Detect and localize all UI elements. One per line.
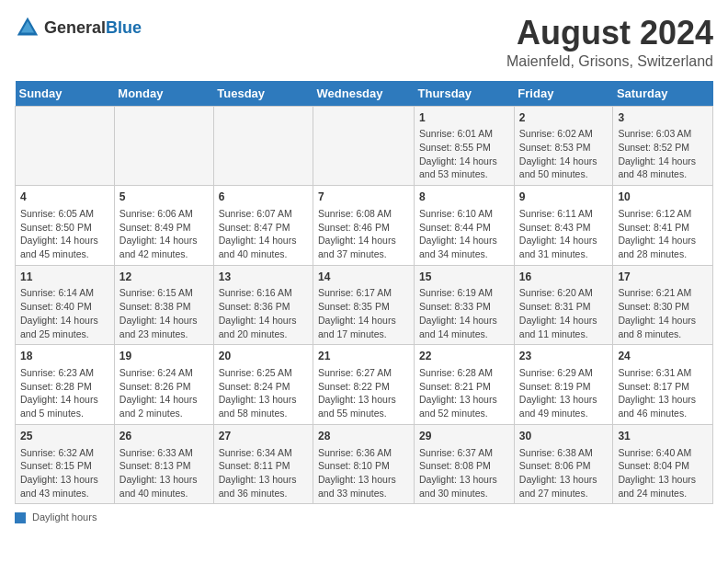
title-area: August 2024 Maienfeld, Grisons, Switzerl… [506, 15, 713, 70]
day-number: 20 [219, 349, 308, 364]
calendar-cell: 24Sunrise: 6:31 AMSunset: 8:17 PMDayligh… [613, 345, 713, 425]
calendar-cell [114, 106, 213, 186]
day-info: Sunrise: 6:29 AMSunset: 8:19 PMDaylight:… [519, 366, 609, 420]
calendar-cell: 4Sunrise: 6:05 AMSunset: 8:50 PMDaylight… [16, 186, 115, 266]
day-number: 2 [519, 110, 609, 126]
day-info: Sunrise: 6:27 AMSunset: 8:22 PMDaylight:… [318, 366, 409, 420]
week-row-5: 25Sunrise: 6:32 AMSunset: 8:15 PMDayligh… [16, 424, 713, 504]
calendar-cell: 21Sunrise: 6:27 AMSunset: 8:22 PMDayligh… [313, 345, 415, 425]
header-monday: Monday [114, 81, 213, 107]
day-number: 3 [618, 110, 708, 126]
day-info: Sunrise: 6:01 AMSunset: 8:55 PMDaylight:… [419, 127, 509, 181]
week-row-2: 4Sunrise: 6:05 AMSunset: 8:50 PMDaylight… [16, 186, 713, 266]
day-info: Sunrise: 6:20 AMSunset: 8:31 PMDaylight:… [519, 286, 609, 340]
day-info: Sunrise: 6:23 AMSunset: 8:28 PMDaylight:… [20, 366, 109, 420]
day-info: Sunrise: 6:24 AMSunset: 8:26 PMDaylight:… [119, 366, 209, 420]
day-info: Sunrise: 6:16 AMSunset: 8:36 PMDaylight:… [219, 286, 308, 340]
day-number: 24 [618, 349, 708, 364]
calendar-table: SundayMondayTuesdayWednesdayThursdayFrid… [15, 81, 713, 505]
calendar-cell: 26Sunrise: 6:33 AMSunset: 8:13 PMDayligh… [114, 424, 213, 504]
calendar-cell: 17Sunrise: 6:21 AMSunset: 8:30 PMDayligh… [613, 265, 713, 345]
day-info: Sunrise: 6:32 AMSunset: 8:15 PMDaylight:… [20, 446, 109, 500]
calendar-cell: 25Sunrise: 6:32 AMSunset: 8:15 PMDayligh… [16, 424, 115, 504]
day-info: Sunrise: 6:11 AMSunset: 8:43 PMDaylight:… [519, 207, 609, 261]
day-info: Sunrise: 6:36 AMSunset: 8:10 PMDaylight:… [318, 446, 409, 500]
day-number: 30 [519, 429, 609, 444]
calendar-cell: 23Sunrise: 6:29 AMSunset: 8:19 PMDayligh… [514, 345, 613, 425]
day-number: 9 [519, 190, 609, 205]
header-sunday: Sunday [16, 81, 115, 107]
header-tuesday: Tuesday [213, 81, 313, 107]
logo-icon [15, 15, 40, 40]
day-info: Sunrise: 6:21 AMSunset: 8:30 PMDaylight:… [618, 286, 708, 340]
calendar-cell: 2Sunrise: 6:02 AMSunset: 8:53 PMDaylight… [514, 106, 613, 186]
day-info: Sunrise: 6:15 AMSunset: 8:38 PMDaylight:… [119, 286, 209, 340]
calendar-cell: 28Sunrise: 6:36 AMSunset: 8:10 PMDayligh… [313, 424, 415, 504]
calendar-cell: 5Sunrise: 6:06 AMSunset: 8:49 PMDaylight… [114, 186, 213, 266]
day-number: 18 [20, 349, 109, 364]
day-number: 29 [419, 429, 509, 444]
week-row-1: 1Sunrise: 6:01 AMSunset: 8:55 PMDaylight… [16, 106, 713, 186]
day-info: Sunrise: 6:10 AMSunset: 8:44 PMDaylight:… [419, 207, 509, 261]
day-number: 15 [419, 270, 509, 285]
week-row-4: 18Sunrise: 6:23 AMSunset: 8:28 PMDayligh… [16, 345, 713, 425]
calendar-cell: 14Sunrise: 6:17 AMSunset: 8:35 PMDayligh… [313, 265, 415, 345]
day-info: Sunrise: 6:05 AMSunset: 8:50 PMDaylight:… [20, 207, 109, 261]
day-number: 23 [519, 349, 609, 364]
calendar-cell [16, 106, 115, 186]
day-number: 4 [20, 190, 109, 205]
header-friday: Friday [514, 81, 613, 107]
header-row: SundayMondayTuesdayWednesdayThursdayFrid… [16, 81, 713, 107]
calendar-cell: 9Sunrise: 6:11 AMSunset: 8:43 PMDaylight… [514, 186, 613, 266]
header-saturday: Saturday [613, 81, 713, 107]
day-number: 8 [419, 190, 509, 205]
calendar-cell: 8Sunrise: 6:10 AMSunset: 8:44 PMDaylight… [415, 186, 515, 266]
day-number: 21 [318, 349, 409, 364]
calendar-cell: 10Sunrise: 6:12 AMSunset: 8:41 PMDayligh… [613, 186, 713, 266]
day-info: Sunrise: 6:34 AMSunset: 8:11 PMDaylight:… [219, 446, 308, 500]
day-info: Sunrise: 6:02 AMSunset: 8:53 PMDaylight:… [519, 127, 609, 181]
logo: GeneralBlue [15, 15, 142, 40]
day-number: 28 [318, 429, 409, 444]
day-number: 6 [219, 190, 308, 205]
day-info: Sunrise: 6:12 AMSunset: 8:41 PMDaylight:… [618, 207, 708, 261]
header-thursday: Thursday [415, 81, 515, 107]
day-number: 11 [20, 270, 109, 285]
day-number: 14 [318, 270, 409, 285]
calendar-cell: 20Sunrise: 6:25 AMSunset: 8:24 PMDayligh… [213, 345, 313, 425]
calendar-cell: 29Sunrise: 6:37 AMSunset: 8:08 PMDayligh… [415, 424, 515, 504]
calendar-cell: 13Sunrise: 6:16 AMSunset: 8:36 PMDayligh… [213, 265, 313, 345]
logo-blue: Blue [106, 18, 142, 37]
calendar-cell: 31Sunrise: 6:40 AMSunset: 8:04 PMDayligh… [613, 424, 713, 504]
calendar-cell: 3Sunrise: 6:03 AMSunset: 8:52 PMDaylight… [613, 106, 713, 186]
day-number: 19 [119, 349, 209, 364]
day-number: 27 [219, 429, 308, 444]
calendar-cell: 27Sunrise: 6:34 AMSunset: 8:11 PMDayligh… [213, 424, 313, 504]
day-info: Sunrise: 6:25 AMSunset: 8:24 PMDaylight:… [219, 366, 308, 420]
calendar-cell: 30Sunrise: 6:38 AMSunset: 8:06 PMDayligh… [514, 424, 613, 504]
day-info: Sunrise: 6:17 AMSunset: 8:35 PMDaylight:… [318, 286, 409, 340]
day-info: Sunrise: 6:19 AMSunset: 8:33 PMDaylight:… [419, 286, 509, 340]
calendar-cell: 1Sunrise: 6:01 AMSunset: 8:55 PMDaylight… [415, 106, 515, 186]
calendar-cell [313, 106, 415, 186]
day-number: 1 [419, 110, 509, 126]
calendar-cell: 15Sunrise: 6:19 AMSunset: 8:33 PMDayligh… [415, 265, 515, 345]
day-number: 13 [219, 270, 308, 285]
footer: Daylight hours [15, 511, 713, 523]
logo-general: General [44, 18, 106, 37]
day-info: Sunrise: 6:31 AMSunset: 8:17 PMDaylight:… [618, 366, 708, 420]
day-info: Sunrise: 6:33 AMSunset: 8:13 PMDaylight:… [119, 446, 209, 500]
day-info: Sunrise: 6:06 AMSunset: 8:49 PMDaylight:… [119, 207, 209, 261]
day-number: 17 [618, 270, 708, 285]
calendar-cell: 19Sunrise: 6:24 AMSunset: 8:26 PMDayligh… [114, 345, 213, 425]
day-number: 5 [119, 190, 209, 205]
footer-label: Daylight hours [32, 511, 97, 523]
day-number: 31 [618, 429, 708, 444]
calendar-cell: 11Sunrise: 6:14 AMSunset: 8:40 PMDayligh… [16, 265, 115, 345]
calendar-cell: 12Sunrise: 6:15 AMSunset: 8:38 PMDayligh… [114, 265, 213, 345]
main-title: August 2024 [506, 15, 713, 52]
day-number: 25 [20, 429, 109, 444]
day-number: 16 [519, 270, 609, 285]
day-number: 12 [119, 270, 209, 285]
day-info: Sunrise: 6:08 AMSunset: 8:46 PMDaylight:… [318, 207, 409, 261]
